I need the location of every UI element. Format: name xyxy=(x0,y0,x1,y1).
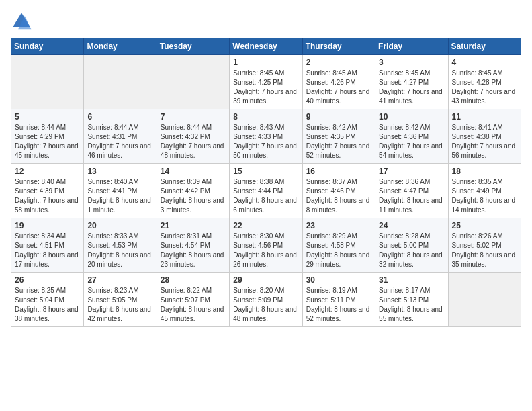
page-header xyxy=(11,11,521,32)
cell-info: Sunrise: 8:40 AM Sunset: 4:39 PM Dayligh… xyxy=(15,177,80,215)
calendar-cell: 21Sunrise: 8:31 AM Sunset: 4:54 PM Dayli… xyxy=(157,218,229,273)
day-number: 11 xyxy=(452,112,517,122)
calendar-cell: 19Sunrise: 8:34 AM Sunset: 4:51 PM Dayli… xyxy=(11,218,84,273)
header-day: Saturday xyxy=(448,38,521,55)
day-number: 10 xyxy=(379,112,444,122)
day-number: 6 xyxy=(87,112,152,122)
calendar-cell: 22Sunrise: 8:30 AM Sunset: 4:56 PM Dayli… xyxy=(230,218,302,273)
cell-info: Sunrise: 8:33 AM Sunset: 4:53 PM Dayligh… xyxy=(87,232,152,269)
calendar-cell: 2Sunrise: 8:45 AM Sunset: 4:26 PM Daylig… xyxy=(302,55,375,109)
day-number: 31 xyxy=(379,275,444,285)
cell-info: Sunrise: 8:25 AM Sunset: 5:04 PM Dayligh… xyxy=(15,286,80,324)
day-number: 8 xyxy=(233,112,298,122)
cell-info: Sunrise: 8:44 AM Sunset: 4:32 PM Dayligh… xyxy=(161,123,226,161)
day-number: 3 xyxy=(379,58,444,67)
day-number: 16 xyxy=(306,167,371,176)
cell-info: Sunrise: 8:20 AM Sunset: 5:09 PM Dayligh… xyxy=(233,286,298,324)
cell-info: Sunrise: 8:45 AM Sunset: 4:27 PM Dayligh… xyxy=(379,68,444,106)
day-number: 29 xyxy=(233,275,298,285)
cell-info: Sunrise: 8:42 AM Sunset: 4:36 PM Dayligh… xyxy=(379,123,444,161)
header-day: Monday xyxy=(84,38,157,55)
calendar-cell: 5Sunrise: 8:44 AM Sunset: 4:29 PM Daylig… xyxy=(11,109,84,164)
logo-icon xyxy=(11,11,32,32)
calendar-cell: 13Sunrise: 8:40 AM Sunset: 4:41 PM Dayli… xyxy=(84,164,157,218)
day-number: 22 xyxy=(233,221,298,230)
cell-info: Sunrise: 8:45 AM Sunset: 4:25 PM Dayligh… xyxy=(233,68,298,106)
calendar-cell xyxy=(157,55,229,109)
calendar-cell: 24Sunrise: 8:28 AM Sunset: 5:00 PM Dayli… xyxy=(375,218,448,273)
day-number: 26 xyxy=(15,275,80,285)
cell-info: Sunrise: 8:44 AM Sunset: 4:29 PM Dayligh… xyxy=(15,123,80,161)
calendar-week: 5Sunrise: 8:44 AM Sunset: 4:29 PM Daylig… xyxy=(11,109,521,164)
cell-info: Sunrise: 8:38 AM Sunset: 4:44 PM Dayligh… xyxy=(233,177,298,215)
day-number: 25 xyxy=(452,221,517,230)
calendar-header: SundayMondayTuesdayWednesdayThursdayFrid… xyxy=(11,38,521,55)
day-number: 15 xyxy=(233,167,298,176)
calendar-cell: 3Sunrise: 8:45 AM Sunset: 4:27 PM Daylig… xyxy=(375,55,448,109)
calendar-cell: 28Sunrise: 8:22 AM Sunset: 5:07 PM Dayli… xyxy=(157,273,229,327)
day-number: 28 xyxy=(161,275,226,285)
cell-info: Sunrise: 8:45 AM Sunset: 4:26 PM Dayligh… xyxy=(306,68,371,106)
calendar-cell: 9Sunrise: 8:42 AM Sunset: 4:35 PM Daylig… xyxy=(302,109,375,164)
calendar-cell: 17Sunrise: 8:36 AM Sunset: 4:47 PM Dayli… xyxy=(375,164,448,218)
day-number: 4 xyxy=(452,58,517,67)
day-number: 9 xyxy=(306,112,371,122)
calendar-table: SundayMondayTuesdayWednesdayThursdayFrid… xyxy=(11,38,521,327)
day-number: 2 xyxy=(306,58,371,67)
day-number: 5 xyxy=(15,112,80,122)
calendar-cell xyxy=(11,55,84,109)
logo xyxy=(11,11,35,32)
calendar-cell: 7Sunrise: 8:44 AM Sunset: 4:32 PM Daylig… xyxy=(157,109,229,164)
cell-info: Sunrise: 8:40 AM Sunset: 4:41 PM Dayligh… xyxy=(87,177,152,215)
cell-info: Sunrise: 8:31 AM Sunset: 4:54 PM Dayligh… xyxy=(161,232,226,269)
calendar-cell: 31Sunrise: 8:17 AM Sunset: 5:13 PM Dayli… xyxy=(375,273,448,327)
calendar-cell xyxy=(84,55,157,109)
calendar-cell: 12Sunrise: 8:40 AM Sunset: 4:39 PM Dayli… xyxy=(11,164,84,218)
cell-info: Sunrise: 8:28 AM Sunset: 5:00 PM Dayligh… xyxy=(379,232,444,269)
calendar-cell: 29Sunrise: 8:20 AM Sunset: 5:09 PM Dayli… xyxy=(230,273,302,327)
day-number: 18 xyxy=(452,167,517,176)
day-number: 19 xyxy=(15,221,80,230)
cell-info: Sunrise: 8:42 AM Sunset: 4:35 PM Dayligh… xyxy=(306,123,371,161)
calendar-cell: 20Sunrise: 8:33 AM Sunset: 4:53 PM Dayli… xyxy=(84,218,157,273)
day-number: 7 xyxy=(161,112,226,122)
day-number: 12 xyxy=(15,167,80,176)
cell-info: Sunrise: 8:23 AM Sunset: 5:05 PM Dayligh… xyxy=(87,286,152,324)
calendar-cell: 6Sunrise: 8:44 AM Sunset: 4:31 PM Daylig… xyxy=(84,109,157,164)
cell-info: Sunrise: 8:34 AM Sunset: 4:51 PM Dayligh… xyxy=(15,232,80,269)
day-number: 17 xyxy=(379,167,444,176)
calendar-cell: 25Sunrise: 8:26 AM Sunset: 5:02 PM Dayli… xyxy=(448,218,521,273)
cell-info: Sunrise: 8:37 AM Sunset: 4:46 PM Dayligh… xyxy=(306,177,371,215)
calendar-cell: 4Sunrise: 8:45 AM Sunset: 4:28 PM Daylig… xyxy=(448,55,521,109)
cell-info: Sunrise: 8:43 AM Sunset: 4:33 PM Dayligh… xyxy=(233,123,298,161)
header-day: Thursday xyxy=(302,38,375,55)
calendar-cell: 23Sunrise: 8:29 AM Sunset: 4:58 PM Dayli… xyxy=(302,218,375,273)
header-day: Sunday xyxy=(11,38,84,55)
header-row: SundayMondayTuesdayWednesdayThursdayFrid… xyxy=(11,38,521,55)
calendar-cell: 18Sunrise: 8:35 AM Sunset: 4:49 PM Dayli… xyxy=(448,164,521,218)
calendar-cell: 30Sunrise: 8:19 AM Sunset: 5:11 PM Dayli… xyxy=(302,273,375,327)
cell-info: Sunrise: 8:45 AM Sunset: 4:28 PM Dayligh… xyxy=(452,68,517,106)
cell-info: Sunrise: 8:39 AM Sunset: 4:42 PM Dayligh… xyxy=(161,177,226,215)
calendar-body: 1Sunrise: 8:45 AM Sunset: 4:25 PM Daylig… xyxy=(11,55,521,327)
calendar-cell: 10Sunrise: 8:42 AM Sunset: 4:36 PM Dayli… xyxy=(375,109,448,164)
calendar-week: 12Sunrise: 8:40 AM Sunset: 4:39 PM Dayli… xyxy=(11,164,521,218)
day-number: 13 xyxy=(87,167,152,176)
calendar-week: 1Sunrise: 8:45 AM Sunset: 4:25 PM Daylig… xyxy=(11,55,521,109)
day-number: 14 xyxy=(161,167,226,176)
cell-info: Sunrise: 8:19 AM Sunset: 5:11 PM Dayligh… xyxy=(306,286,371,324)
day-number: 21 xyxy=(161,221,226,230)
calendar-cell: 27Sunrise: 8:23 AM Sunset: 5:05 PM Dayli… xyxy=(84,273,157,327)
day-number: 30 xyxy=(306,275,371,285)
calendar-cell: 14Sunrise: 8:39 AM Sunset: 4:42 PM Dayli… xyxy=(157,164,229,218)
day-number: 27 xyxy=(87,275,152,285)
day-number: 20 xyxy=(87,221,152,230)
cell-info: Sunrise: 8:36 AM Sunset: 4:47 PM Dayligh… xyxy=(379,177,444,215)
cell-info: Sunrise: 8:29 AM Sunset: 4:58 PM Dayligh… xyxy=(306,232,371,269)
cell-info: Sunrise: 8:26 AM Sunset: 5:02 PM Dayligh… xyxy=(452,232,517,269)
cell-info: Sunrise: 8:41 AM Sunset: 4:38 PM Dayligh… xyxy=(452,123,517,161)
calendar-cell: 16Sunrise: 8:37 AM Sunset: 4:46 PM Dayli… xyxy=(302,164,375,218)
calendar-cell: 11Sunrise: 8:41 AM Sunset: 4:38 PM Dayli… xyxy=(448,109,521,164)
header-day: Wednesday xyxy=(230,38,302,55)
calendar-cell: 1Sunrise: 8:45 AM Sunset: 4:25 PM Daylig… xyxy=(230,55,302,109)
